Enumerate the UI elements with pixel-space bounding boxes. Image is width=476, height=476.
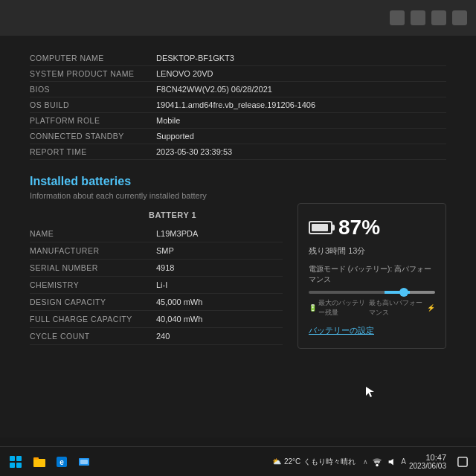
battery-popup: 87% 残り3時間 13分 電源モード (バッテリー): 高パフォーマンス 🔋 … [298, 203, 446, 349]
taskbar: e ⛅ 22°C くもり時々晴れ ∧ A 10 [0, 446, 476, 476]
power-mode-label: 電源モード (バッテリー): 高パフォーマンス [309, 264, 435, 285]
window-chrome [0, 0, 476, 36]
battery-header-row: BATTERY 1 [30, 210, 283, 219]
battery-info-row: CHEMISTRY Li-I [30, 277, 283, 294]
battery-info-label: DESIGN CAPACITY [30, 294, 149, 311]
tray-expand[interactable]: ∧ [363, 458, 368, 466]
svg-text:e: e [60, 458, 64, 466]
window-control-2[interactable] [411, 10, 425, 25]
system-info-row: REPORT TIME 2023-05-30 23:39:53 [30, 144, 446, 160]
battery-info-row: FULL CHARGE CAPACITY 40,040 mWh [30, 311, 283, 328]
system-info-value: Supported [149, 129, 446, 144]
system-tray: ∧ A [363, 456, 406, 468]
system-info-value: 2023-05-30 23:39:53 [149, 144, 446, 160]
clock-date: 2023/06/03 [409, 462, 446, 470]
battery-info-value: SMP [149, 242, 283, 260]
system-info-value: 19041.1.amd64fre.vb_release.191206-1406 [149, 97, 446, 113]
system-info-value: Mobile [149, 113, 446, 129]
battery-section: BATTERY 1 NAME L19M3PDA MANUFACTURER SMP… [30, 210, 446, 349]
svg-rect-0 [33, 459, 45, 467]
clock-time: 10:47 [409, 453, 446, 462]
system-info-value: DESKTOP-BF1GKT3 [149, 51, 446, 66]
weather-desc: くもり時々晴れ [303, 457, 356, 467]
system-info-value: F8CN42WW(V2.05) 06/28/2021 [149, 82, 446, 97]
battery-settings-link[interactable]: バッテリーの設定 [309, 325, 435, 336]
taskbar-file-explorer[interactable] [30, 452, 49, 472]
svg-rect-7 [458, 457, 467, 466]
battery-percent-block: 87% [338, 216, 380, 239]
battery-info-label: FULL CHARGE CAPACITY [30, 311, 149, 328]
system-info-row: SYSTEM PRODUCT NAME LENOVO 20VD [30, 66, 446, 82]
battery-percent: 87% [338, 216, 380, 239]
slider-track [309, 291, 435, 294]
battery-time-remaining: 残り3時間 13分 [309, 245, 435, 257]
cursor [364, 385, 378, 399]
window-control-1[interactable] [390, 10, 405, 25]
slider-thumb [399, 288, 408, 297]
tray-icon-volume[interactable] [386, 456, 398, 468]
clock[interactable]: 10:47 2023/06/03 [409, 453, 446, 470]
battery-info-label: NAME [30, 225, 149, 242]
battery-info-label: MANUFACTURER [30, 242, 149, 260]
system-info-row: BIOS F8CN42WW(V2.05) 06/28/2021 [30, 82, 446, 97]
weather-icon: ⛅ [272, 457, 281, 466]
battery-info-value: 40,040 mWh [149, 311, 283, 328]
taskbar-weather[interactable]: ⛅ 22°C くもり時々晴れ [272, 457, 356, 467]
system-info-row: OS BUILD 19041.1.amd64fre.vb_release.191… [30, 97, 446, 113]
battery-info-row: CYCLE COUNT 240 [30, 328, 283, 345]
start-button[interactable] [4, 451, 27, 473]
system-info-row: COMPUTER NAME DESKTOP-BF1GKT3 [30, 51, 446, 66]
battery-info-table: NAME L19M3PDA MANUFACTURER SMP SERIAL NU… [30, 225, 283, 345]
system-info-label: REPORT TIME [30, 144, 149, 160]
battery-info-value: 45,000 mWh [149, 294, 283, 311]
svg-point-6 [376, 463, 379, 466]
battery-info-label: CYCLE COUNT [30, 328, 149, 345]
taskbar-app-2[interactable]: e [52, 452, 71, 472]
tray-icon-network[interactable] [371, 456, 383, 468]
battery-table-wrapper: BATTERY 1 NAME L19M3PDA MANUFACTURER SMP… [30, 210, 283, 345]
battery-info-value: 4918 [149, 260, 283, 277]
power-slider[interactable] [309, 291, 435, 294]
main-content: COMPUTER NAME DESKTOP-BF1GKT3 SYSTEM PRO… [0, 36, 476, 437]
battery-info-row: DESIGN CAPACITY 45,000 mWh [30, 294, 283, 311]
system-info-label: BIOS [30, 82, 149, 97]
battery-icon [309, 221, 332, 234]
system-info-label: PLATFORM ROLE [30, 113, 149, 129]
system-info-table: COMPUTER NAME DESKTOP-BF1GKT3 SYSTEM PRO… [30, 51, 446, 160]
battery-info-value: Li-I [149, 277, 283, 294]
battery-info-label: SERIAL NUMBER [30, 260, 149, 277]
battery-info-row: MANUFACTURER SMP [30, 242, 283, 260]
battery-info-row: SERIAL NUMBER 4918 [30, 260, 283, 277]
battery-info-value: 240 [149, 328, 283, 345]
battery-col-header: BATTERY 1 [149, 210, 196, 219]
system-info-label: COMPUTER NAME [30, 51, 149, 66]
window-control-3[interactable] [431, 10, 446, 25]
svg-rect-5 [80, 460, 88, 464]
battery-header-spacer [30, 210, 149, 219]
batteries-title: Installed batteries [30, 175, 446, 188]
system-info-value: LENOVO 20VD [149, 66, 446, 82]
system-info-row: PLATFORM ROLE Mobile [30, 113, 446, 129]
system-info-label: SYSTEM PRODUCT NAME [30, 66, 149, 82]
system-info-row: CONNECTED STANDBY Supported [30, 129, 446, 144]
battery-info-label: CHEMISTRY [30, 277, 149, 294]
taskbar-app-3[interactable] [74, 452, 94, 472]
svg-rect-1 [33, 457, 39, 460]
weather-temp: 22°C [284, 457, 300, 466]
slider-label-performance: 最も高いパフォーマンス ⚡ [369, 298, 435, 318]
system-info-label: OS BUILD [30, 97, 149, 113]
system-info-label: CONNECTED STANDBY [30, 129, 149, 144]
slider-label-battery: 🔋 最大のバッテリー残量 [309, 298, 369, 318]
battery-info-row: NAME L19M3PDA [30, 225, 283, 242]
battery-fill [312, 224, 328, 231]
window-control-4[interactable] [452, 10, 467, 25]
windows-logo [10, 456, 22, 468]
notification-button[interactable] [454, 453, 472, 471]
slider-labels: 🔋 最大のバッテリー残量 最も高いパフォーマンス ⚡ [309, 298, 435, 318]
batteries-subtitle: Information about each currently install… [30, 191, 446, 200]
tray-icon-volume-letter: A [401, 457, 406, 466]
battery-popup-top: 87% [309, 216, 435, 239]
battery-info-value: L19M3PDA [149, 225, 283, 242]
